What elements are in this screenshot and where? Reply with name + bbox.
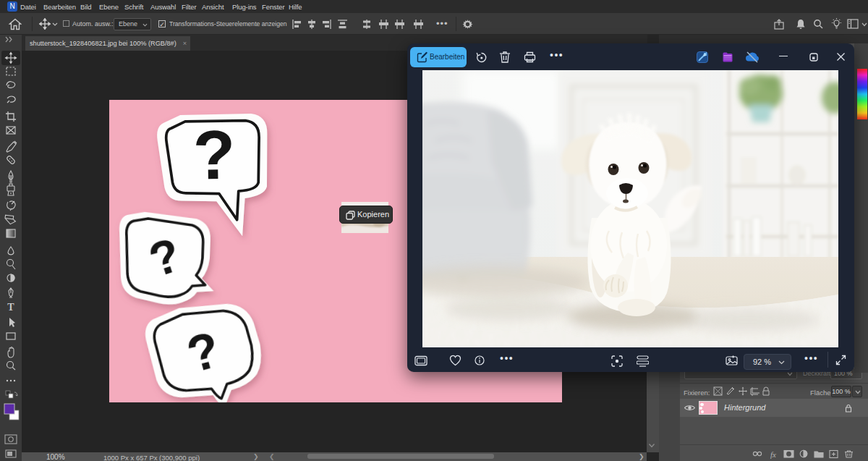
svg-text:?: ?	[192, 116, 236, 194]
svg-text:T: T	[7, 302, 14, 313]
svg-text:fx: fx	[770, 450, 776, 459]
